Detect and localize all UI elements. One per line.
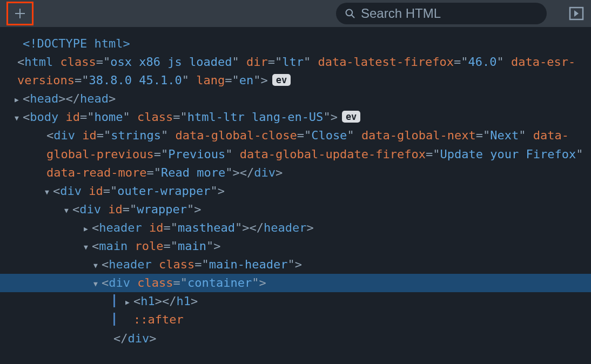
search-field[interactable] <box>336 3 547 24</box>
h1-node[interactable]: ▶<h1></h1> <box>11 292 591 311</box>
toolbar <box>0 0 591 27</box>
outer-wrapper-node[interactable]: ▼<div id="outer-wrapper"> <box>11 182 591 200</box>
search-input[interactable] <box>361 6 538 21</box>
main-header-node[interactable]: ▼<header class="main-header"> <box>11 255 591 274</box>
new-node-button[interactable] <box>6 2 33 25</box>
collapse-icon[interactable]: ▼ <box>12 113 22 124</box>
toggle-panel-button[interactable] <box>568 5 585 22</box>
masthead-node[interactable]: ▶<header id="masthead"></header> <box>11 219 591 237</box>
plus-icon <box>14 7 26 20</box>
collapse-icon[interactable]: ▼ <box>62 205 71 216</box>
collapse-icon[interactable]: ▼ <box>42 187 52 198</box>
html-node[interactable]: <html class="osx x86 js loaded" dir="ltr… <box>11 53 591 90</box>
body-node[interactable]: ▼<body id="home" class="html-ltr lang-en… <box>11 108 591 126</box>
panel-toggle-icon <box>568 5 585 22</box>
pseudo-after-node[interactable]: ::after <box>11 311 591 329</box>
expand-icon[interactable]: ▶ <box>81 224 91 234</box>
expand-icon[interactable]: ▶ <box>123 297 132 308</box>
selected-node[interactable]: ▼<div class="container"> <box>0 274 591 292</box>
main-node[interactable]: ▼<main role="main"> <box>11 237 591 255</box>
event-badge[interactable]: ev <box>342 111 360 123</box>
head-node[interactable]: ▶<head></head> <box>11 90 591 108</box>
dom-tree[interactable]: <!DOCTYPE html> <html class="osx x86 js … <box>0 27 591 348</box>
collapse-icon[interactable]: ▼ <box>91 260 100 271</box>
event-badge[interactable]: ev <box>272 74 291 86</box>
expand-icon[interactable]: ▶ <box>12 95 22 105</box>
wrapper-node[interactable]: ▼<div id="wrapper"> <box>11 200 591 219</box>
collapse-icon[interactable]: ▼ <box>81 242 91 253</box>
search-icon <box>345 8 355 19</box>
doctype-node[interactable]: <!DOCTYPE html> <box>11 35 591 53</box>
close-div-node[interactable]: </div> <box>11 329 591 348</box>
collapse-icon[interactable]: ▼ <box>91 279 100 289</box>
strings-node[interactable]: <div id="strings" data-global-close="Clo… <box>11 126 591 181</box>
